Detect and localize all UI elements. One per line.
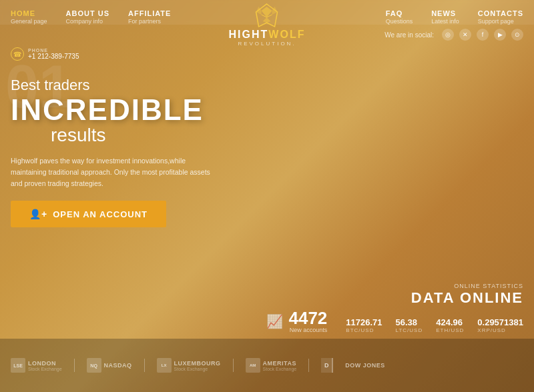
social-icon-facebook[interactable]: f	[477, 29, 489, 41]
exchange-london: LSE London Stock Exchange	[11, 358, 62, 373]
phone-label: PHONE	[28, 48, 79, 53]
social-icon-youtube[interactable]: ▶	[494, 29, 506, 41]
person-add-icon: 👤+	[29, 209, 47, 219]
nav-item-affiliate[interactable]: AFFILIATE For partners	[128, 9, 171, 25]
new-accounts-count: 4472	[288, 309, 327, 327]
new-accounts-block: 📈 4472 New accounts	[266, 309, 327, 333]
london-icon: LSE	[11, 358, 25, 373]
divider-2	[144, 359, 145, 372]
stat-eth: 424.96 ETH/USD	[436, 317, 464, 333]
cta-label: Open an account	[53, 209, 148, 219]
social-icon-instagram[interactable]: ⊙	[511, 29, 523, 41]
svg-marker-3	[272, 7, 278, 15]
exchange-luxembourg: LX Luxembourg Stock Exchange	[157, 358, 221, 373]
chart-icon: 📈	[266, 313, 283, 329]
new-accounts-label: New accounts	[288, 327, 327, 333]
stats-heading: DATA ONLINE	[266, 289, 523, 307]
social-icon-circle[interactable]: ◎	[442, 29, 454, 41]
hero-content: 01 Best traders INCREDIBLE results Highw…	[0, 63, 534, 227]
exchange-nasdaq: NQ Nasdaq	[87, 358, 132, 373]
divider-3	[233, 359, 234, 372]
nav-item-about[interactable]: ABOUT US Company info	[66, 9, 109, 25]
hero-results: results	[51, 125, 523, 146]
svg-marker-2	[256, 7, 262, 15]
nav-item-home[interactable]: HOME General page	[11, 9, 47, 25]
social-icon-twitter[interactable]: ✕	[459, 29, 471, 41]
phone-icon: ☎	[11, 47, 24, 61]
stat-btc: 11726.71 BTC/USD	[346, 317, 382, 333]
hero-tagline: Best traders	[11, 77, 523, 94]
phone-bar: ☎ PHONE +1 212-389-7735	[0, 45, 534, 63]
stats-values-row: 📈 4472 New accounts 11726.71 BTC/USD 56.…	[266, 309, 523, 333]
hero-description: Highwolf paves the way for investment in…	[11, 155, 211, 189]
logo-text: HIGHTWOLF	[229, 29, 306, 40]
nav-item-contacts[interactable]: CONTACTS Support page	[478, 9, 523, 25]
bottom-exchanges-bar: LSE London Stock Exchange NQ Nasdaq LX L…	[0, 339, 534, 392]
logo[interactable]: HIGHTWOLF REVOLUTION.	[229, 3, 306, 47]
exchange-d: D	[321, 358, 333, 373]
stat-ltc: 56.38 LTC/USD	[396, 317, 423, 333]
wolf-logo-icon	[252, 3, 282, 28]
exchange-dowjones: DOW JONES	[345, 362, 385, 369]
stat-xrp: 0.29571381 XRP/USD	[477, 317, 523, 333]
ameritas-icon: AM	[246, 358, 260, 373]
navbar: HOME General page ABOUT US Company info …	[0, 0, 534, 25]
d-icon: D	[321, 358, 333, 373]
social-label: We are in social:	[384, 31, 434, 39]
hero-headline: INCREDIBLE	[11, 95, 523, 125]
nav-item-faq[interactable]: FAQ Questions	[386, 9, 413, 25]
nasdaq-icon: NQ	[87, 358, 101, 373]
stats-section-label: Online statistics	[266, 283, 523, 289]
svg-marker-4	[263, 17, 271, 23]
exchanges-row: LSE London Stock Exchange NQ Nasdaq LX L…	[11, 358, 523, 373]
stats-section: Online statistics DATA ONLINE 📈 4472 New…	[266, 283, 523, 333]
page-wrapper: HOME General page ABOUT US Company info …	[0, 0, 534, 392]
nav-right: FAQ Questions NEWS Latest info CONTACTS …	[267, 9, 523, 25]
nav-item-news[interactable]: NEWS Latest info	[431, 9, 459, 25]
phone-info: PHONE +1 212-389-7735	[28, 48, 79, 60]
divider-4	[308, 359, 309, 372]
phone-number: +1 212-389-7735	[28, 53, 79, 60]
logo-tagline: REVOLUTION.	[238, 41, 296, 47]
exchange-ameritas: AM AMERITAS Stock Exchange	[246, 358, 297, 373]
open-account-button[interactable]: 👤+ Open an account	[11, 201, 166, 227]
luxembourg-icon: LX	[157, 358, 172, 373]
divider-1	[74, 359, 75, 372]
